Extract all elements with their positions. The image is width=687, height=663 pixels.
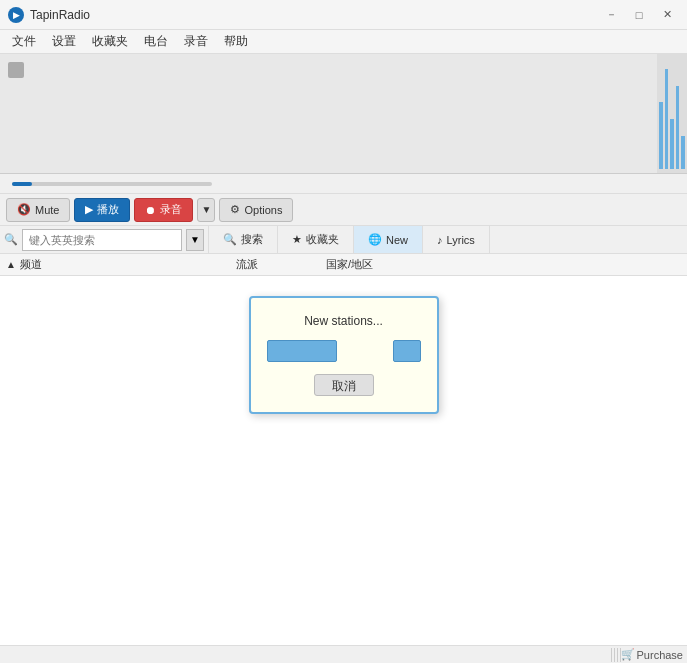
search-container: 🔍 ▼ bbox=[0, 226, 209, 253]
lyrics-label: Lyrics bbox=[447, 234, 475, 246]
close-button[interactable]: ✕ bbox=[655, 6, 679, 24]
channel-header: ▲ 频道 bbox=[6, 257, 236, 272]
dialog-input-row bbox=[267, 340, 421, 362]
menu-station[interactable]: 电台 bbox=[136, 31, 176, 52]
play-icon: ▶ bbox=[85, 203, 93, 216]
dialog-title: New stations... bbox=[267, 314, 421, 328]
bar-5 bbox=[681, 136, 685, 169]
mute-icon: 🔇 bbox=[17, 203, 31, 216]
visualization-area bbox=[0, 54, 687, 174]
bar-2 bbox=[665, 69, 669, 169]
purchase-label: Purchase bbox=[637, 649, 683, 661]
new-label: New bbox=[386, 234, 408, 246]
options-button[interactable]: ⚙ Options bbox=[219, 198, 293, 222]
status-dividers bbox=[611, 648, 621, 662]
cancel-button[interactable]: 取消 bbox=[314, 374, 374, 396]
dialog-overlay: New stations... 取消 bbox=[0, 276, 687, 663]
menu-record[interactable]: 录音 bbox=[176, 31, 216, 52]
tab-new[interactable]: 🌐 New bbox=[354, 226, 423, 253]
new-stations-dialog: New stations... 取消 bbox=[249, 296, 439, 414]
mute-label: Mute bbox=[35, 204, 59, 216]
tab-favorites[interactable]: ★ 收藏夹 bbox=[278, 226, 354, 253]
record-label: 录音 bbox=[160, 202, 182, 217]
app-title: TapinRadio bbox=[30, 8, 599, 22]
bar-4 bbox=[676, 86, 680, 169]
menu-help[interactable]: 帮助 bbox=[216, 31, 256, 52]
new-icon: 🌐 bbox=[368, 233, 382, 246]
column-header: ▲ 频道 流派 国家/地区 bbox=[0, 254, 687, 276]
options-label: Options bbox=[244, 204, 282, 216]
options-icon: ⚙ bbox=[230, 203, 240, 216]
search-icon: 🔍 bbox=[4, 233, 18, 246]
progress-track[interactable] bbox=[12, 182, 212, 186]
progress-fill bbox=[12, 182, 32, 186]
play-label: 播放 bbox=[97, 202, 119, 217]
genre-header: 流派 bbox=[236, 257, 326, 272]
divider-2 bbox=[614, 648, 615, 662]
favorites-icon: ★ bbox=[292, 233, 302, 246]
menu-favorites[interactable]: 收藏夹 bbox=[84, 31, 136, 52]
tab-lyrics[interactable]: ♪ Lyrics bbox=[423, 226, 490, 253]
favorites-label: 收藏夹 bbox=[306, 232, 339, 247]
status-bar: 🛒 Purchase bbox=[0, 645, 687, 663]
vis-icon bbox=[8, 62, 24, 78]
menu-bar: 文件 设置 收藏夹 电台 录音 帮助 bbox=[0, 30, 687, 54]
genre-label: 流派 bbox=[236, 258, 258, 270]
minimize-button[interactable]: － bbox=[599, 6, 623, 24]
app-icon: ▶ bbox=[8, 7, 24, 23]
collapse-icon[interactable]: ▲ bbox=[6, 259, 16, 270]
bar-1 bbox=[659, 102, 663, 169]
play-button[interactable]: ▶ 播放 bbox=[74, 198, 130, 222]
menu-file[interactable]: 文件 bbox=[4, 31, 44, 52]
maximize-button[interactable]: □ bbox=[627, 6, 651, 24]
country-label: 国家/地区 bbox=[326, 258, 373, 270]
progress-area bbox=[0, 174, 687, 194]
search-tab-label: 搜索 bbox=[241, 232, 263, 247]
purchase-icon: 🛒 bbox=[621, 648, 635, 661]
controls-bar: 🔇 Mute ▶ 播放 ⏺ 录音 ▼ ⚙ Options bbox=[0, 194, 687, 226]
record-arrow[interactable]: ▼ bbox=[197, 198, 215, 222]
mute-button[interactable]: 🔇 Mute bbox=[6, 198, 70, 222]
title-bar: ▶ TapinRadio － □ ✕ bbox=[0, 0, 687, 30]
tab-search[interactable]: 🔍 搜索 bbox=[209, 226, 278, 253]
spectrum-bars bbox=[657, 54, 687, 173]
search-tab-icon: 🔍 bbox=[223, 233, 237, 246]
purchase-area[interactable]: 🛒 Purchase bbox=[621, 648, 683, 661]
divider-3 bbox=[617, 648, 618, 662]
divider-1 bbox=[611, 648, 612, 662]
record-button[interactable]: ⏺ 录音 bbox=[134, 198, 193, 222]
station-option-input[interactable] bbox=[393, 340, 421, 362]
search-dropdown-arrow[interactable]: ▼ bbox=[186, 229, 204, 251]
station-name-input[interactable] bbox=[267, 340, 337, 362]
menu-settings[interactable]: 设置 bbox=[44, 31, 84, 52]
search-input[interactable] bbox=[22, 229, 182, 251]
app-window: ▶ TapinRadio － □ ✕ 文件 设置 收藏夹 电台 录音 帮助 bbox=[0, 0, 687, 663]
country-header: 国家/地区 bbox=[326, 257, 446, 272]
lyrics-icon: ♪ bbox=[437, 234, 443, 246]
record-icon: ⏺ bbox=[145, 204, 156, 216]
bar-3 bbox=[670, 119, 674, 169]
tab-bar: 🔍 ▼ 🔍 搜索 ★ 收藏夹 🌐 New ♪ Lyrics bbox=[0, 226, 687, 254]
channel-label: 频道 bbox=[20, 257, 42, 272]
main-content: New stations... 取消 🛒 Purchase bbox=[0, 276, 687, 663]
window-controls: － □ ✕ bbox=[599, 6, 679, 24]
